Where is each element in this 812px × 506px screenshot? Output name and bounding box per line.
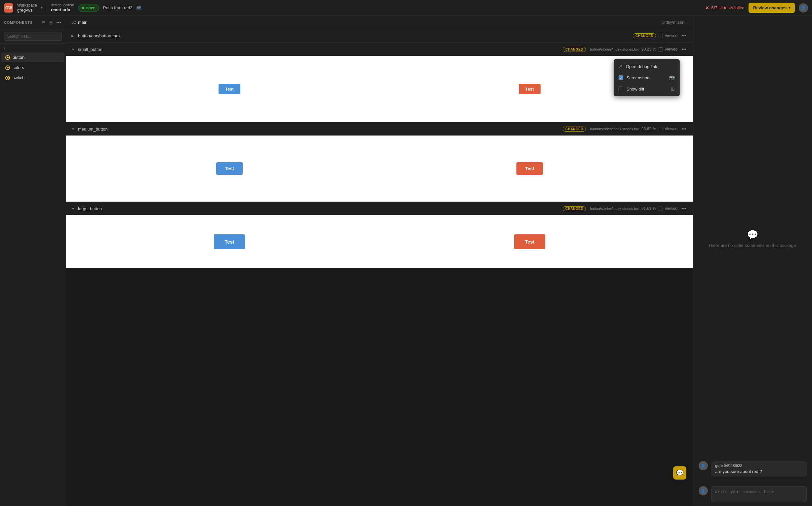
sidebar-search-area <box>0 29 66 44</box>
chat-bubble-icon: 💬 <box>747 229 758 240</box>
sidebar-item-button-label: button <box>13 55 24 60</box>
screenshots-checkbox[interactable] <box>619 75 623 80</box>
comments-section: 👤 gqio 04/11/2022 are you sure about red… <box>699 461 807 477</box>
search-input[interactable] <box>4 32 62 40</box>
comment-row: 👤 gqio 04/11/2022 are you sure about red… <box>699 461 807 477</box>
file-header-doc[interactable]: ▶ button/doc/button.mdx CHANGED Viewed •… <box>66 29 693 42</box>
design-system-info: design system react-aria <box>51 3 74 13</box>
more-options-small-button[interactable]: ••• <box>680 46 688 53</box>
changed-badge-medium: CHANGED <box>563 126 586 132</box>
more-options-icon[interactable]: ••• <box>56 19 62 26</box>
viewed-checkbox-medium[interactable] <box>659 127 663 131</box>
workspace-chevron-icon[interactable]: ▾ <box>41 6 43 10</box>
switch-icon <box>5 76 10 80</box>
no-comments-area: 💬 There are no older comments on this pa… <box>699 21 807 456</box>
sidebar-title: COMPONENTS <box>4 20 38 24</box>
file-header-medium[interactable]: ▼ medium_button CHANGED button/stories/i… <box>66 122 693 136</box>
comment-input-row: 👤 <box>693 482 812 506</box>
filter-icon[interactable]: ⊟ <box>41 19 46 26</box>
showdiff-checkbox[interactable] <box>619 87 623 91</box>
file-name-large: large_button <box>78 206 560 211</box>
main-content: ⎇ main pr:8@missin... ▶ button/doc/butto… <box>66 16 693 506</box>
sidebar-item-button[interactable]: button <box>1 53 65 62</box>
right-panel-body: 💬 There are no older comments on this pa… <box>693 16 812 482</box>
dropdown-showdiff-label: Show diff <box>627 87 644 92</box>
viewed-checkbox-small[interactable] <box>659 47 663 52</box>
comment-meta: gqio 04/11/2022 <box>715 464 803 468</box>
story-preview-large: Test Test <box>66 215 693 268</box>
viewed-checkbox-doc[interactable] <box>659 34 663 38</box>
push-link[interactable]: #8 <box>137 5 141 10</box>
comment-input[interactable] <box>711 486 807 502</box>
avatar: GW <box>4 3 13 13</box>
chevron-down-icon: ▼ <box>71 127 75 131</box>
comment-user: gqio <box>715 464 723 468</box>
preview-btn-blue-medium: Test <box>216 162 243 175</box>
dropdown-item-debug[interactable]: ↗ Open debug link <box>614 61 679 72</box>
viewed-text-large: Viewed <box>664 206 677 211</box>
main-layout: COMPONENTS ⊟ ⎘ ••• / button colors switc… <box>0 16 812 506</box>
test-failed-text: 6/7 UI tests failed <box>711 5 744 10</box>
file-header-small[interactable]: ▼ small_button CHANGED button/stories/in… <box>66 43 693 56</box>
preview-btn-red-medium: Test <box>516 162 543 175</box>
viewed-label-small: Viewed <box>659 47 677 52</box>
no-comments-text: There are no older comments on this pack… <box>708 243 797 248</box>
dropdown-item-screenshots[interactable]: Screenshots 📷 <box>614 72 679 83</box>
viewed-text-medium: Viewed <box>664 126 677 131</box>
button-icon <box>5 55 10 60</box>
changed-badge-large: CHANGED <box>563 206 586 211</box>
sidebar-item-colors-label: colors <box>13 65 24 70</box>
file-row-small: ▼ small_button CHANGED button/stories/in… <box>66 43 693 122</box>
dropdown-item-showdiff[interactable]: Show diff ⊞ <box>614 83 679 94</box>
floating-chat-button[interactable]: 💬 <box>673 466 686 480</box>
story-preview-small: Test Test <box>66 56 693 122</box>
file-sub-large: button/stories/index.stories.tsx <box>590 206 639 210</box>
topbar: GW Workspace greg-ws ▾ design system rea… <box>0 0 812 16</box>
preview-btn-blue-large: Test <box>214 234 245 249</box>
file-name-medium: medium_button <box>78 126 560 132</box>
user-profile-icon[interactable]: 👤 <box>799 3 808 13</box>
file-row-doc: ▶ button/doc/button.mdx CHANGED Viewed •… <box>66 29 693 43</box>
percent-small: 90.23 % <box>641 47 656 52</box>
workspace-user: greg-ws <box>17 8 37 13</box>
workspace-label: Workspace <box>17 3 37 8</box>
sidebar-item-switch[interactable]: switch <box>1 73 65 83</box>
viewed-text-doc: Viewed <box>664 33 677 38</box>
more-options-doc-button[interactable]: ••• <box>680 32 688 39</box>
preview-btn-red-large: Test <box>514 234 545 249</box>
sidebar-header: COMPONENTS ⊟ ⎘ ••• <box>0 16 66 29</box>
viewed-label-doc: Viewed <box>659 33 677 38</box>
percent-medium: 93.62 % <box>641 126 656 131</box>
comment-text: are you sure about red ? <box>715 469 803 474</box>
preview-btn-blue-small: Test <box>219 84 240 94</box>
close-icon: ✕ <box>705 5 709 11</box>
copy-icon[interactable]: ⎘ <box>49 19 53 26</box>
external-link-icon: ↗ <box>619 64 623 69</box>
review-changes-button[interactable]: Review changes ▾ <box>748 3 795 13</box>
current-user-avatar: 👤 <box>699 486 708 495</box>
chat-icon: 💬 <box>676 469 683 477</box>
file-row-medium: ▼ medium_button CHANGED button/stories/i… <box>66 122 693 202</box>
push-text: Push from red3 <box>103 5 133 10</box>
viewed-checkbox-large[interactable] <box>659 206 663 211</box>
sidebar-item-colors[interactable]: colors <box>1 63 65 72</box>
workspace-info: Workspace greg-ws <box>17 3 37 13</box>
changed-badge-small: CHANGED <box>563 47 586 52</box>
file-header-large[interactable]: ▼ large_button CHANGED button/stories/in… <box>66 202 693 215</box>
diff-icon: ⊞ <box>671 86 675 92</box>
changed-badge-doc: CHANGED <box>633 33 656 38</box>
preview-btn-red-small: Test <box>519 84 541 94</box>
viewed-label-medium: Viewed <box>659 126 677 131</box>
topbar-divider <box>47 4 47 12</box>
open-status-badge: open <box>78 4 99 12</box>
file-row-large: ▼ large_button CHANGED button/stories/in… <box>66 202 693 268</box>
more-options-large-button[interactable]: ••• <box>680 205 688 212</box>
dropdown-debug-label: Open debug link <box>626 64 657 69</box>
context-dropdown-menu: ↗ Open debug link Screenshots 📷 Show dif… <box>614 59 680 96</box>
file-sub-small: button/stories/index.stories.tsx <box>590 47 639 51</box>
more-options-medium-button[interactable]: ••• <box>680 125 688 132</box>
camera-icon: 📷 <box>669 75 675 80</box>
review-chevron-icon: ▾ <box>789 6 790 10</box>
file-name-doc: button/doc/button.mdx <box>78 33 630 38</box>
comment-avatar: 👤 <box>699 461 708 470</box>
